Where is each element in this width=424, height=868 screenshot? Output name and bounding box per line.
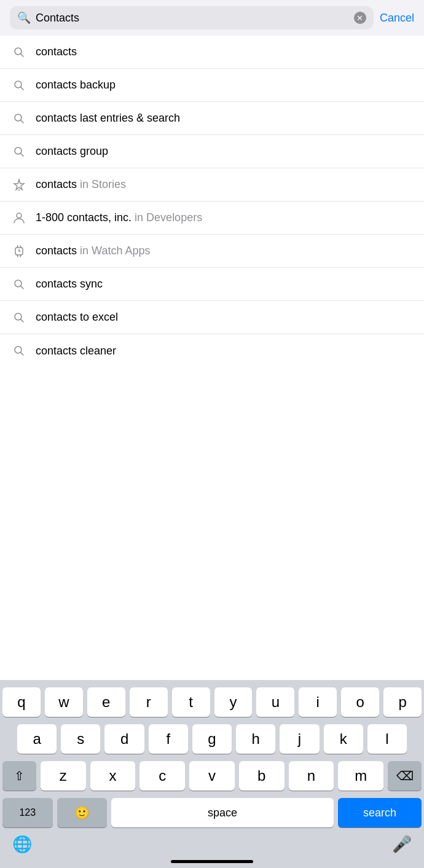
key-w[interactable]: w <box>45 687 83 717</box>
svg-line-5 <box>21 120 24 123</box>
list-item[interactable]: contacts sync <box>0 268 424 301</box>
search-icon <box>12 45 26 59</box>
list-item[interactable]: contacts to excel <box>0 301 424 334</box>
list-item[interactable]: contacts in Watch Apps <box>0 235 424 268</box>
key-h[interactable]: h <box>236 724 275 754</box>
svg-line-24 <box>21 353 24 356</box>
keyboard-row-3: ⇧ z x c v b n m ⌫ <box>0 761 424 791</box>
suggestion-label: contacts sync <box>36 278 412 291</box>
home-indicator-row <box>0 856 424 868</box>
svg-point-11 <box>17 213 22 218</box>
bottom-icons-row: 🌐 🎤 <box>0 835 424 854</box>
suggestion-label: contacts to excel <box>36 311 412 324</box>
keyboard: q w e r t y u i o p a s d f g h j k l ⇧ … <box>0 680 424 868</box>
svg-line-20 <box>21 286 24 289</box>
backspace-key[interactable]: ⌫ <box>388 761 422 791</box>
suggestion-label: contacts group <box>36 145 412 158</box>
suggestion-label: contacts backup <box>36 79 412 92</box>
key-s[interactable]: s <box>61 724 100 754</box>
keyboard-row-1: q w e r t y u i o p <box>0 687 424 717</box>
svg-line-13 <box>17 246 18 248</box>
key-k[interactable]: k <box>324 724 363 754</box>
svg-marker-8 <box>14 180 24 190</box>
list-item[interactable]: contacts group <box>0 135 424 168</box>
search-icon <box>12 311 26 324</box>
watch-icon <box>12 244 26 258</box>
key-c[interactable]: c <box>139 761 185 791</box>
stories-icon <box>12 178 26 192</box>
key-a[interactable]: a <box>17 724 57 754</box>
keyboard-row-4: 123 🙂 space search <box>0 798 424 827</box>
list-item[interactable]: contacts cleaner <box>0 334 424 367</box>
key-l[interactable]: l <box>367 724 407 754</box>
key-y[interactable]: y <box>214 687 253 717</box>
suggestion-label: contacts cleaner <box>36 345 412 358</box>
key-n[interactable]: n <box>289 761 334 791</box>
key-o[interactable]: o <box>341 687 379 717</box>
key-e[interactable]: e <box>87 687 125 717</box>
suggestions-list: contacts contacts backup contacts last e… <box>0 36 424 367</box>
key-b[interactable]: b <box>239 761 285 791</box>
key-d[interactable]: d <box>104 724 144 754</box>
suggestion-label: 1-800 contacts, inc. in Developers <box>36 211 412 224</box>
search-icon <box>12 112 26 125</box>
suggestion-label: contacts last entries & search <box>36 112 412 125</box>
key-f[interactable]: f <box>149 724 188 754</box>
clear-button[interactable]: ✕ <box>354 12 366 24</box>
key-v[interactable]: v <box>189 761 235 791</box>
list-item[interactable]: contacts backup <box>0 69 424 102</box>
key-r[interactable]: r <box>130 687 168 717</box>
list-item[interactable]: 1-800 contacts, inc. in Developers <box>0 201 424 235</box>
svg-line-22 <box>21 319 24 322</box>
suggestion-label: contacts in Watch Apps <box>36 244 412 257</box>
shift-key[interactable]: ⇧ <box>2 761 36 791</box>
list-item[interactable]: contacts in Stories <box>0 168 424 201</box>
key-p[interactable]: p <box>383 687 422 717</box>
numbers-key[interactable]: 123 <box>2 798 53 827</box>
key-q[interactable]: q <box>2 687 41 717</box>
svg-line-1 <box>21 53 24 57</box>
home-indicator <box>171 860 253 863</box>
suggestion-label: contacts <box>36 45 412 58</box>
svg-line-14 <box>20 246 21 248</box>
keyboard-row-2: a s d f g h j k l <box>0 724 424 754</box>
search-icon: 🔍 <box>17 11 31 25</box>
suggestion-label: contacts in Stories <box>36 178 412 191</box>
svg-line-15 <box>17 255 18 257</box>
globe-icon[interactable]: 🌐 <box>12 835 32 854</box>
search-icon <box>12 278 26 291</box>
key-t[interactable]: t <box>172 687 210 717</box>
list-item[interactable]: contacts <box>0 36 424 69</box>
list-item[interactable]: contacts last entries & search <box>0 102 424 135</box>
person-icon <box>12 211 26 225</box>
microphone-icon[interactable]: 🎤 <box>392 835 412 854</box>
search-icon <box>12 344 26 358</box>
cancel-button[interactable]: Cancel <box>380 12 414 25</box>
svg-line-16 <box>20 255 21 257</box>
search-icon <box>12 79 26 92</box>
search-input-wrapper: 🔍 ✕ <box>10 6 374 29</box>
key-i[interactable]: i <box>299 687 337 717</box>
key-m[interactable]: m <box>338 761 383 791</box>
key-u[interactable]: u <box>256 687 294 717</box>
svg-line-7 <box>21 153 24 156</box>
key-j[interactable]: j <box>280 724 319 754</box>
key-z[interactable]: z <box>41 761 86 791</box>
key-x[interactable]: x <box>90 761 136 791</box>
space-key[interactable]: space <box>111 798 334 827</box>
search-icon <box>12 145 26 158</box>
search-bar: 🔍 ✕ Cancel <box>0 0 424 36</box>
key-g[interactable]: g <box>192 724 232 754</box>
search-input[interactable] <box>36 12 349 25</box>
emoji-key[interactable]: 🙂 <box>57 798 108 827</box>
svg-line-3 <box>21 87 24 90</box>
search-key[interactable]: search <box>338 798 422 827</box>
